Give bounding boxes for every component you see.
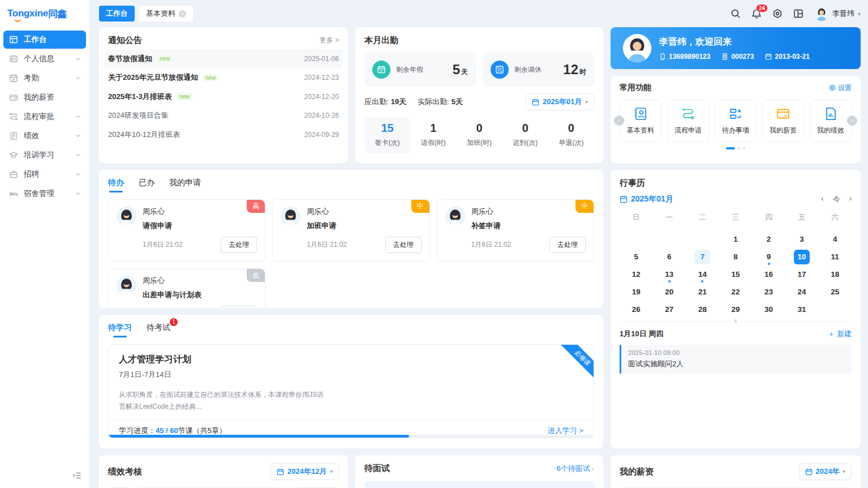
- calendar-day[interactable]: 4: [818, 230, 852, 248]
- todo-tab[interactable]: 我的申请: [169, 178, 201, 192]
- collapse-sidebar-icon[interactable]: [72, 471, 81, 480]
- course-card[interactable]: 必修课 人才管理学习计划 7月1日-7月14日 从求职角度，在面试前建立自己的算…: [108, 344, 594, 438]
- chevron-down-icon: [75, 75, 81, 82]
- calendar-day[interactable]: 10: [785, 248, 819, 266]
- user-menu[interactable]: 李晋纬 ▾: [814, 6, 861, 21]
- calendar-collapse-divider[interactable]: ∧: [620, 322, 852, 322]
- leave-balance-icon: [372, 61, 390, 79]
- quick-item[interactable]: 我的绩效: [810, 100, 852, 142]
- notice-item[interactable]: 关于2025年元旦节放假通知 new 2024-12-23: [108, 69, 339, 88]
- calendar-day[interactable]: 7: [686, 248, 719, 266]
- close-icon[interactable]: ×: [179, 10, 186, 18]
- notice-item[interactable]: 春节放假通知 new 2025-01-06: [105, 49, 342, 69]
- gear-icon[interactable]: [772, 8, 783, 19]
- sidebar-item-icon: [9, 74, 18, 83]
- page-tab[interactable]: 基本资料 ×: [139, 6, 193, 22]
- quick-settings-link[interactable]: 设置: [829, 83, 852, 93]
- brand-logo[interactable]: Tongxine同鑫: [0, 0, 89, 27]
- calendar-day[interactable]: 14: [686, 266, 719, 283]
- calendar-day[interactable]: 15: [719, 266, 753, 283]
- calendar-day[interactable]: 31: [785, 301, 819, 318]
- calendar-day[interactable]: 22: [719, 283, 753, 301]
- calendar-day[interactable]: 12: [620, 266, 653, 283]
- interview-count-link[interactable]: 6个待面试›: [556, 464, 594, 474]
- study-tab[interactable]: 待考试 1: [147, 323, 170, 337]
- handle-button[interactable]: 去处理: [549, 237, 586, 253]
- calendar-day[interactable]: 5: [620, 248, 653, 266]
- avatar: [281, 207, 300, 226]
- sidebar-item-icon: [9, 151, 18, 160]
- calendar-day[interactable]: 11: [818, 248, 852, 266]
- new-event-button[interactable]: ＋ 新建: [827, 329, 852, 339]
- attendance-month-select[interactable]: 2025年01月 ▾: [526, 93, 594, 110]
- quick-item[interactable]: 我的薪资: [762, 100, 804, 142]
- quick-item[interactable]: 基本资料: [620, 100, 661, 142]
- handle-button[interactable]: 去处理: [221, 306, 257, 308]
- calendar-day[interactable]: 27: [653, 301, 686, 318]
- calendar-day[interactable]: 17: [785, 266, 819, 283]
- sidebar-item[interactable]: 个人信息: [3, 50, 86, 68]
- attendance-summary-card: 剩余调休 12时: [483, 53, 594, 87]
- sidebar-item[interactable]: 工作台: [3, 31, 86, 49]
- page-tab[interactable]: 工作台: [99, 6, 135, 22]
- calendar-day[interactable]: 28: [686, 301, 719, 318]
- layout-grid-icon[interactable]: [793, 8, 803, 19]
- study-tab[interactable]: 待学习: [108, 323, 132, 337]
- calendar-day[interactable]: 8: [719, 248, 753, 266]
- sidebar-item[interactable]: 流程审批: [3, 108, 86, 126]
- carousel-prev-icon[interactable]: ‹: [614, 115, 624, 126]
- topbar: 工作台 基本资料 × 24: [99, 0, 861, 27]
- calendar-day[interactable]: 2: [752, 230, 785, 248]
- sidebar-item[interactable]: 宿舍管理: [3, 185, 86, 203]
- quick-item[interactable]: 待办事项: [715, 100, 757, 142]
- calendar-day[interactable]: 9: [752, 248, 785, 266]
- calendar-day[interactable]: 19: [620, 283, 653, 301]
- sidebar-item[interactable]: 考勤: [3, 69, 86, 87]
- handle-button[interactable]: 去处理: [385, 237, 422, 253]
- calendar-day[interactable]: 1: [719, 230, 753, 248]
- calendar-month[interactable]: 2025年01月: [620, 194, 673, 204]
- calendar-day[interactable]: 16: [752, 266, 785, 283]
- calendar-day[interactable]: 25: [818, 283, 852, 301]
- calendar-day[interactable]: 30: [752, 301, 785, 318]
- calendar-prev-icon[interactable]: ‹: [821, 194, 823, 204]
- salary-year-select[interactable]: 2024年 ▾: [799, 463, 852, 480]
- todo-tab[interactable]: 已办: [139, 178, 154, 192]
- notification-bell-icon[interactable]: 24: [751, 8, 762, 19]
- notice-date: 2025-01-06: [304, 55, 339, 63]
- attendance-summary-card: 剩余年假 5天: [364, 53, 476, 87]
- sidebar-item-label: 宿舍管理: [24, 189, 54, 199]
- calendar-day[interactable]: 29: [719, 301, 753, 318]
- quick-item[interactable]: 流程申请: [667, 100, 709, 142]
- sidebar-item-icon: [9, 112, 18, 121]
- notices-more-link[interactable]: 更多 >: [320, 36, 339, 45]
- performance-month-select[interactable]: 2024年12月 ▾: [270, 463, 339, 480]
- priority-badge: 低: [247, 269, 265, 282]
- calendar-day[interactable]: 13: [653, 266, 686, 283]
- calendar-day[interactable]: 20: [653, 283, 686, 301]
- calendar-day[interactable]: 18: [818, 266, 852, 283]
- search-icon[interactable]: [731, 8, 741, 19]
- calendar-day[interactable]: 26: [620, 301, 653, 318]
- calendar-day[interactable]: 21: [686, 283, 719, 301]
- sidebar-item[interactable]: 绩效: [3, 127, 86, 145]
- handle-button[interactable]: 去处理: [221, 237, 257, 253]
- sidebar-item[interactable]: 招聘: [3, 165, 86, 183]
- notice-item[interactable]: 2024年10-12月排班表 2024-09-29: [108, 125, 339, 144]
- calendar-day[interactable]: 24: [785, 283, 819, 301]
- carousel-next-icon[interactable]: ›: [847, 115, 857, 126]
- calendar-today-button[interactable]: 今: [833, 194, 840, 204]
- notice-item[interactable]: 2025年1-3月排班表 new 2024-12-20: [108, 87, 339, 106]
- calendar-next-icon[interactable]: ›: [849, 194, 852, 204]
- sidebar-item[interactable]: 我的薪资: [3, 88, 86, 106]
- calendar-day[interactable]: 6: [653, 248, 686, 266]
- salary-card: 我的薪资 2024年 ▾: [611, 455, 861, 488]
- calendar-day[interactable]: 23: [752, 283, 785, 301]
- notice-item[interactable]: 2024研发项目合集 2024-10-26: [108, 106, 339, 126]
- calendar-day[interactable]: 3: [785, 230, 819, 248]
- carousel-dots[interactable]: [620, 147, 852, 149]
- calendar-event[interactable]: 2025-01-10 09:00 面试实施顾问2人: [620, 345, 852, 374]
- weekday-label: 二: [686, 209, 719, 226]
- todo-tab[interactable]: 待办: [108, 178, 124, 192]
- sidebar-item[interactable]: 培训学习: [3, 146, 86, 164]
